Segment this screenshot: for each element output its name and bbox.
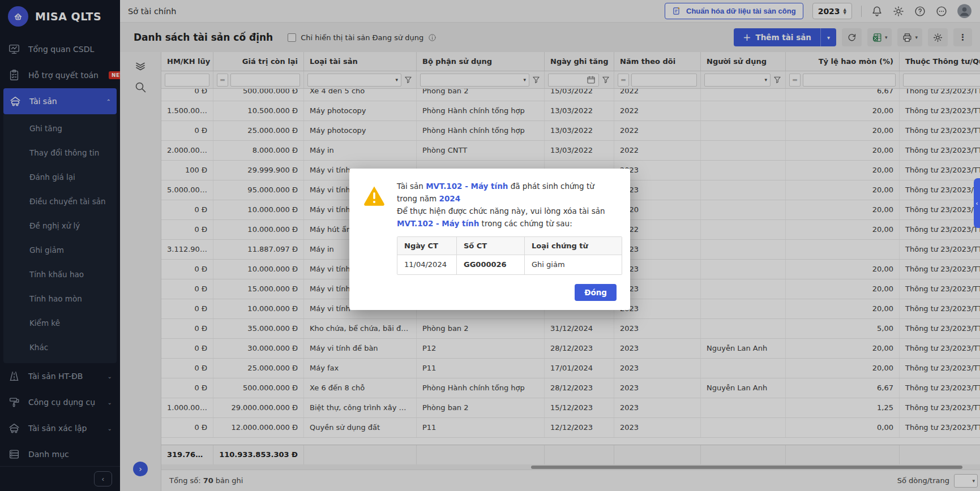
- asset-link[interactable]: MVT.102 - Máy tính: [397, 219, 479, 228]
- year-link[interactable]: 2024: [439, 194, 461, 203]
- voucher-row: 11/04/2024 GG000026 Ghi giảm: [397, 255, 622, 274]
- warning-triangle-icon: [363, 184, 386, 207]
- warning-dialog-body: Tài sản MVT.102 - Máy tính đã phát sinh …: [363, 180, 617, 230]
- voucher-type: Ghi giảm: [525, 255, 622, 274]
- voucher-col-date: Ngày CT: [397, 237, 457, 255]
- voucher-col-type: Loại chứng từ: [525, 237, 622, 255]
- asset-link[interactable]: MVT.102 - Máy tính: [426, 182, 508, 191]
- voucher-col-number: Số CT: [457, 237, 525, 255]
- close-button[interactable]: Đóng: [575, 284, 617, 301]
- right-panel-handle[interactable]: ‹: [974, 178, 980, 228]
- dialog-actions: Đóng: [363, 284, 617, 301]
- warning-dialog: Tài sản MVT.102 - Máy tính đã phát sinh …: [349, 169, 630, 310]
- msg-text: Tài sản: [397, 182, 426, 191]
- warning-line-1: Tài sản MVT.102 - Máy tính đã phát sinh …: [397, 180, 617, 205]
- app-root: MISA QLTS Tổng quan CSDLHỗ trợ quyết toá…: [0, 0, 980, 491]
- msg-text: Để thực hiện được chức năng này, vui lòn…: [397, 206, 605, 216]
- voucher-date: 11/04/2024: [397, 255, 457, 274]
- msg-text: trong các chứng từ sau:: [479, 219, 572, 228]
- warning-line-2: Để thực hiện được chức năng này, vui lòn…: [397, 205, 617, 230]
- voucher-number-link[interactable]: GG000026: [457, 255, 525, 274]
- voucher-table-header: Ngày CT Số CT Loại chứng từ: [397, 237, 622, 255]
- warning-message: Tài sản MVT.102 - Máy tính đã phát sinh …: [397, 180, 617, 230]
- voucher-table: Ngày CT Số CT Loại chứng từ 11/04/2024 G…: [397, 236, 622, 275]
